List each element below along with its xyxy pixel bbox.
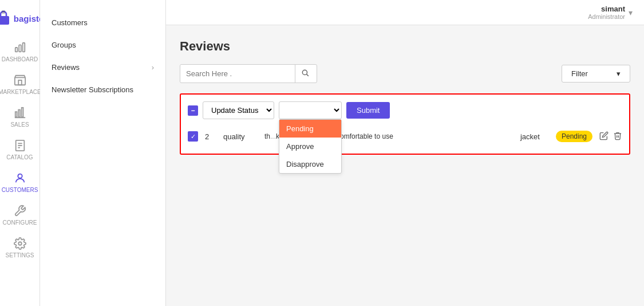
search-input[interactable] (180, 65, 295, 82)
nav-item-sales[interactable]: SALES (0, 101, 39, 134)
sidebar-label-customers: Customers (52, 18, 88, 27)
svg-rect-8 (18, 110, 20, 117)
svg-rect-6 (18, 80, 22, 85)
sidebar-label-newsletter: Newsletter Subscriptions (52, 85, 133, 94)
filter-button[interactable]: Filter ▾ (562, 65, 630, 83)
delete-icon[interactable] (613, 131, 622, 142)
bar-chart-icon (14, 107, 26, 119)
status-options-dropdown: Pending Approve Disapprove (279, 119, 342, 174)
action-bar: − Update Status Pending Approve Disappro… (188, 101, 622, 119)
filter-label: Filter (571, 69, 588, 78)
dropdown-option-approve[interactable]: Approve (279, 138, 341, 155)
filter-chevron-icon: ▾ (617, 69, 621, 78)
sidebar-item-newsletter[interactable]: Newsletter Subscriptions (40, 79, 165, 101)
svg-point-17 (302, 70, 307, 74)
svg-line-18 (307, 74, 309, 76)
doc-icon (14, 139, 26, 152)
select-all-checkbox[interactable]: − (188, 105, 198, 116)
table-row: ✓ 2 quality th...ket is very nice and co… (188, 126, 622, 147)
nav-item-dashboard[interactable]: DASHBOARD (0, 36, 39, 68)
row-actions (599, 131, 622, 142)
row-checkbox[interactable]: ✓ (188, 131, 198, 142)
row-title: quality (223, 132, 258, 141)
nav-item-customers[interactable]: CUSTOMERS (0, 166, 39, 199)
nav-label-catalog: CATALOG (6, 154, 33, 160)
bag-icon (0, 10, 11, 26)
brand-logo[interactable]: bagisto (0, 6, 44, 36)
nav-label-dashboard: DASHBOARD (2, 56, 38, 62)
top-header: simant Administrator ▾ (166, 0, 644, 25)
search-box (180, 64, 317, 83)
nav-label-marketplace: MARKETPLACE (0, 89, 41, 95)
nav-label-settings: SETTINGS (5, 252, 34, 258)
nav-item-configure[interactable]: CONFIGURE (0, 199, 39, 232)
sidebar-item-reviews[interactable]: Reviews › (40, 56, 165, 79)
nav-item-marketplace[interactable]: MARKETPLACE (0, 68, 39, 101)
search-icon (301, 69, 309, 77)
left-navigation: bagisto DASHBOARD MARKETPLACE SALES (0, 0, 40, 306)
nav-label-configure: CONFIGURE (3, 219, 37, 226)
chevron-down-icon: ▾ (629, 8, 633, 17)
nav-item-settings[interactable]: SETTINGS (0, 232, 39, 264)
svg-point-16 (18, 242, 22, 245)
svg-rect-2 (15, 48, 17, 52)
status-value-select[interactable] (279, 101, 342, 119)
sidebar-label-reviews: Reviews (52, 63, 80, 72)
svg-rect-4 (22, 43, 25, 52)
search-filter-row: Filter ▾ (180, 64, 630, 83)
nav-label-customers: CUSTOMERS (2, 187, 38, 193)
sidebar-item-groups[interactable]: Groups (40, 34, 165, 56)
user-role: Administrator (588, 13, 625, 20)
svg-point-15 (18, 174, 22, 178)
person-icon (14, 172, 26, 185)
main-area: simant Administrator ▾ Reviews Filter (166, 0, 644, 306)
svg-rect-1 (2, 10, 5, 14)
svg-rect-0 (0, 16, 9, 25)
svg-rect-5 (14, 77, 25, 85)
page-title: Reviews (180, 39, 630, 54)
row-product: jacket (520, 132, 549, 141)
svg-rect-3 (19, 45, 21, 52)
svg-rect-7 (15, 112, 17, 117)
chevron-right-icon: › (152, 63, 154, 72)
update-status-select[interactable]: Update Status (203, 101, 274, 119)
edit-icon[interactable] (599, 131, 609, 142)
status-dropdown-wrapper: Pending Approve Disapprove (279, 101, 342, 119)
nav-item-catalog[interactable]: CATALOG (0, 134, 39, 166)
page-content: Reviews Filter ▾ − (166, 25, 644, 306)
sidebar: Customers Groups Reviews › Newsletter Su… (40, 0, 166, 306)
svg-rect-9 (21, 108, 23, 117)
dropdown-option-pending[interactable]: Pending (279, 120, 341, 138)
chart-icon (14, 41, 26, 54)
dropdown-option-disapprove[interactable]: Disapprove (279, 155, 341, 173)
store-icon (14, 74, 26, 87)
user-name: simant (588, 5, 625, 13)
search-button[interactable] (295, 65, 315, 83)
row-id: 2 (205, 132, 216, 141)
status-badge: Pending (556, 131, 592, 142)
sidebar-item-customers[interactable]: Customers (40, 11, 165, 34)
user-menu[interactable]: simant Administrator ▾ (588, 5, 633, 20)
gear-icon (14, 237, 26, 250)
wrench-icon (14, 205, 26, 217)
table-wrapper: − Update Status Pending Approve Disappro… (180, 93, 630, 155)
nav-label-sales: SALES (10, 121, 29, 128)
submit-button[interactable]: Submit (346, 102, 390, 119)
sidebar-label-groups: Groups (52, 41, 76, 49)
